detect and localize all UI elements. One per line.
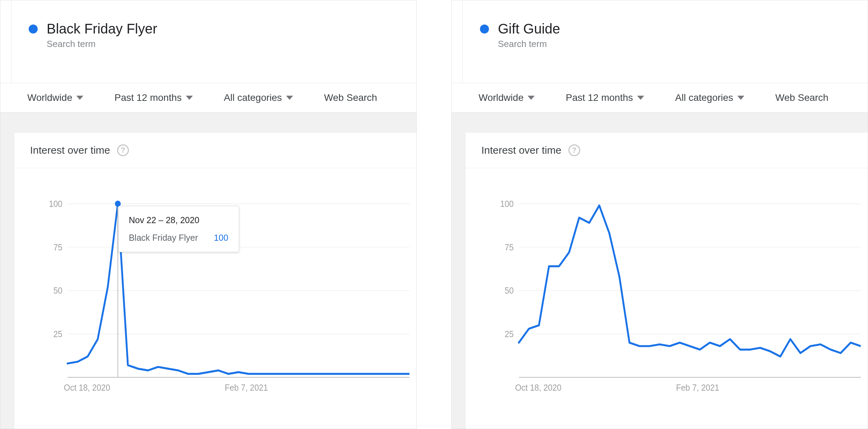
chart-region: Interest over time ? 255075100Oct 18, 20… bbox=[0, 113, 416, 429]
svg-text:25: 25 bbox=[505, 329, 514, 339]
tooltip-value: 100 bbox=[214, 233, 228, 243]
search-term-block[interactable]: Black Friday Flyer Search term bbox=[11, 0, 157, 83]
filter-region[interactable]: Worldwide bbox=[479, 92, 535, 103]
filter-category[interactable]: All categories bbox=[224, 92, 293, 103]
chevron-down-icon bbox=[737, 96, 744, 100]
term-title: Black Friday Flyer bbox=[47, 21, 157, 37]
term-header: Black Friday Flyer Search term bbox=[0, 0, 416, 83]
filter-region[interactable]: Worldwide bbox=[27, 92, 83, 103]
svg-text:50: 50 bbox=[54, 286, 63, 296]
svg-text:100: 100 bbox=[500, 199, 514, 209]
svg-text:Oct 18, 2020: Oct 18, 2020 bbox=[515, 383, 562, 393]
chart-region: Interest over time ? 255075100Oct 18, 20… bbox=[452, 113, 868, 429]
chart-tooltip: Nov 22 – 28, 2020 Black Friday Flyer 100 bbox=[118, 206, 239, 252]
filter-label: Web Search bbox=[324, 92, 377, 103]
term-subtitle: Search term bbox=[47, 39, 157, 49]
filter-timerange[interactable]: Past 12 months bbox=[114, 92, 193, 103]
chevron-down-icon bbox=[286, 96, 293, 100]
filter-label: All categories bbox=[224, 92, 282, 103]
chevron-down-icon bbox=[528, 96, 535, 100]
filter-label: Web Search bbox=[775, 92, 829, 103]
series-color-dot bbox=[480, 25, 489, 34]
filter-searchtype[interactable]: Web Search bbox=[324, 92, 377, 103]
trends-panel-gift-guide: Gift Guide Search term Worldwide Past 12… bbox=[451, 0, 868, 429]
filter-label: Past 12 months bbox=[566, 92, 633, 103]
svg-text:75: 75 bbox=[505, 242, 514, 252]
card-header: Interest over time ? bbox=[14, 133, 416, 168]
line-chart: 255075100Oct 18, 2020Feb 7, 2021 bbox=[493, 196, 861, 401]
svg-text:25: 25 bbox=[54, 329, 63, 339]
interest-card: Interest over time ? 255075100Oct 18, 20… bbox=[465, 133, 868, 429]
series-color-dot bbox=[29, 25, 38, 34]
filter-searchtype[interactable]: Web Search bbox=[775, 92, 829, 103]
plot-area[interactable]: 255075100Oct 18, 2020Feb 7, 2021 Nov 22 … bbox=[14, 168, 416, 429]
chevron-down-icon bbox=[76, 96, 83, 100]
tooltip-date: Nov 22 – 28, 2020 bbox=[129, 215, 228, 225]
chevron-down-icon bbox=[637, 96, 644, 100]
filter-label: All categories bbox=[675, 92, 733, 103]
chevron-down-icon bbox=[186, 96, 193, 100]
plot-area[interactable]: 255075100Oct 18, 2020Feb 7, 2021 bbox=[465, 168, 868, 429]
term-header: Gift Guide Search term bbox=[452, 0, 868, 83]
filter-timerange[interactable]: Past 12 months bbox=[566, 92, 644, 103]
header-spacer bbox=[452, 0, 463, 83]
card-header: Interest over time ? bbox=[465, 133, 868, 168]
filter-category[interactable]: All categories bbox=[675, 92, 744, 103]
card-title: Interest over time bbox=[30, 144, 110, 156]
header-spacer bbox=[0, 0, 11, 83]
filter-label: Worldwide bbox=[479, 92, 523, 103]
help-icon[interactable]: ? bbox=[117, 144, 129, 156]
svg-text:Oct 18, 2020: Oct 18, 2020 bbox=[64, 383, 110, 393]
help-icon[interactable]: ? bbox=[568, 144, 580, 156]
svg-text:Feb 7, 2021: Feb 7, 2021 bbox=[676, 383, 719, 393]
tooltip-series-label: Black Friday Flyer bbox=[129, 233, 198, 243]
svg-text:100: 100 bbox=[49, 199, 63, 209]
card-title: Interest over time bbox=[481, 144, 562, 156]
svg-text:75: 75 bbox=[54, 242, 63, 252]
term-subtitle: Search term bbox=[498, 39, 560, 49]
filters-row: Worldwide Past 12 months All categories … bbox=[452, 83, 868, 113]
svg-text:50: 50 bbox=[505, 286, 514, 296]
search-term-block[interactable]: Gift Guide Search term bbox=[463, 0, 560, 83]
filter-label: Worldwide bbox=[27, 92, 72, 103]
interest-card: Interest over time ? 255075100Oct 18, 20… bbox=[14, 133, 416, 429]
term-title: Gift Guide bbox=[498, 21, 560, 37]
filter-label: Past 12 months bbox=[114, 92, 182, 103]
trends-panel-black-friday: Black Friday Flyer Search term Worldwide… bbox=[0, 0, 417, 429]
svg-text:Feb 7, 2021: Feb 7, 2021 bbox=[225, 383, 268, 393]
filters-row: Worldwide Past 12 months All categories … bbox=[0, 83, 416, 113]
